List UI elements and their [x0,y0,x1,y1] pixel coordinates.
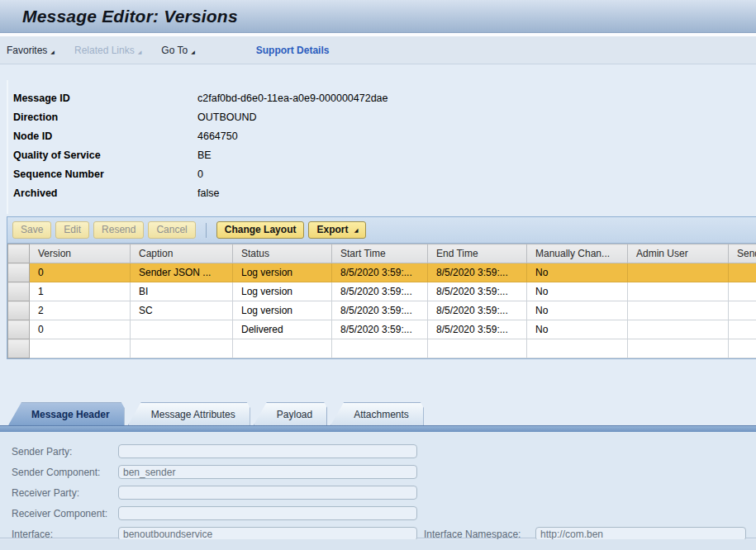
table-cell[interactable] [131,320,233,339]
toolbar-button[interactable]: Change Layout ◢ [216,221,305,239]
table-cell[interactable] [131,339,233,358]
table-cell[interactable] [332,339,428,358]
table-row[interactable]: 0Delivered8/5/2020 3:59:...8/5/2020 3:59… [8,320,756,339]
table-row[interactable] [8,339,756,358]
dropdown-triangle-icon: ◢ [354,227,359,233]
table-cell[interactable]: 2 [30,301,131,320]
table-cell[interactable]: Log version [233,263,332,282]
table-row[interactable]: 1BILog version8/5/2020 3:59:...8/5/2020 … [8,282,756,301]
menu-item[interactable]: Favorites ◢ [7,45,55,56]
table-cell[interactable] [628,282,729,301]
row-selector[interactable] [8,320,30,339]
table-cell[interactable]: 1 [30,282,131,301]
menu-item[interactable]: Go To ◢ [161,45,194,56]
form-field-input[interactable] [118,444,417,458]
table-cell[interactable]: Delivered [233,320,332,339]
table-cell[interactable]: SC [131,301,233,320]
table-cell[interactable]: No [527,263,628,282]
table-cell[interactable]: 8/5/2020 3:59:... [428,282,527,301]
detail-value: OUTBOUND [197,111,257,123]
table-cell[interactable] [729,339,756,358]
table-cell[interactable]: 8/5/2020 3:59:... [332,263,428,282]
message-details-rows: Message ID c2faf0bd-d6e0-11ea-a0e9-00000… [13,88,749,202]
column-header[interactable]: Admin User [628,244,729,263]
detail-row: Sequence Number 0 [13,164,749,183]
table-cell[interactable]: 8/5/2020 3:59:... [428,263,527,282]
menu-item-label: Go To [161,45,188,56]
row-selector[interactable] [8,301,30,320]
tab[interactable]: Payload [254,402,327,425]
table-cell[interactable] [628,301,729,320]
table-cell[interactable]: Log version [233,282,332,301]
tab[interactable]: Attachments [330,402,424,425]
row-selector[interactable] [8,263,30,282]
table-cell[interactable]: Sender JSON ... [131,263,233,282]
form-field-label: Receiver Party: [12,487,118,499]
table-cell[interactable] [428,339,527,358]
column-header[interactable]: Version [30,244,131,263]
row-selector[interactable] [8,339,30,358]
tab[interactable]: Message Attributes [128,402,250,425]
toolbar-left-buttons: Save ◢ Edit ◢ Resend ◢ Cancel ◢ [12,221,196,239]
tab[interactable]: Message Header [8,402,125,425]
table-cell[interactable] [527,339,628,358]
toolbar-button-label: Change Layout [225,224,297,235]
column-header[interactable]: Start Time [332,244,428,263]
table-cell[interactable]: No [527,301,628,320]
menu-items: Favorites ◢ Related Links ◢ Go To ◢ [7,45,215,56]
toolbar-button[interactable]: Save ◢ [12,221,51,239]
support-details-link[interactable]: Support Details [256,45,330,56]
column-header[interactable]: Caption [131,244,233,263]
toolbar-button[interactable]: Export ◢ [308,221,366,239]
table-cell[interactable] [729,320,756,339]
table-cell[interactable]: 8/5/2020 3:59:... [332,282,428,301]
toolbar-button[interactable]: Cancel ◢ [148,221,195,239]
form-row: Sender Component: [0,462,756,482]
table-cell[interactable] [729,301,756,320]
toolbar-button[interactable]: Resend ◢ [93,221,144,239]
table-cell[interactable]: No [527,320,628,339]
table-cell[interactable]: Log version [233,301,332,320]
table-cell[interactable]: 0 [30,320,131,339]
column-header[interactable]: Manually Chan... [527,244,628,263]
table-cell[interactable] [233,339,332,358]
form-field-input[interactable] [118,465,417,479]
table-cell[interactable] [628,339,729,358]
detail-value: BE [197,149,212,161]
interface-namespace-label: Interface Namespace: [424,529,521,540]
table-cell[interactable] [628,263,729,282]
column-header[interactable]: End Time [428,244,527,263]
form-row: Sender Party: [0,441,756,462]
tab-label: Message Attributes [151,409,235,420]
table-cell[interactable]: BI [131,282,233,301]
table-cell[interactable] [729,282,756,301]
form-field-label: Receiver Component: [12,508,118,519]
table-cell[interactable]: 8/5/2020 3:59:... [332,320,428,339]
detail-value: 0 [197,168,203,180]
row-selector[interactable] [8,282,30,301]
table-cell[interactable]: 8/5/2020 3:59:... [428,301,527,320]
select-all-header[interactable] [8,244,30,263]
column-header[interactable]: Status [233,244,332,263]
table-row[interactable]: 2SCLog version8/5/2020 3:59:...8/5/2020 … [8,301,756,320]
table-cell[interactable] [30,339,131,358]
table-row[interactable]: 0Sender JSON ...Log version8/5/2020 3:59… [8,263,756,282]
table-cell[interactable]: 8/5/2020 3:59:... [428,320,527,339]
column-header[interactable]: Send [729,244,756,263]
table-cell[interactable]: 0 [30,263,131,282]
table-cell[interactable] [628,320,729,339]
dropdown-triangle-icon: ◢ [50,49,55,55]
tab-label: Attachments [354,409,409,420]
table-cell[interactable]: No [527,282,628,301]
detail-row: Node ID 4664750 [13,126,749,145]
menu-item-label: Related Links [74,45,135,56]
table-cell[interactable] [729,263,756,282]
table-cell[interactable]: 8/5/2020 3:59:... [332,301,428,320]
form-field-input[interactable] [118,486,417,500]
toolbar-button-label: Save [21,224,43,235]
title-bar: Message Editor: Versions [0,0,756,33]
form-rows: Sender Party: Sender Component: Receiver… [0,441,756,524]
toolbar-button[interactable]: Edit ◢ [55,221,89,239]
menu-item[interactable]: Related Links ◢ [74,45,141,56]
form-field-input[interactable] [118,506,417,520]
